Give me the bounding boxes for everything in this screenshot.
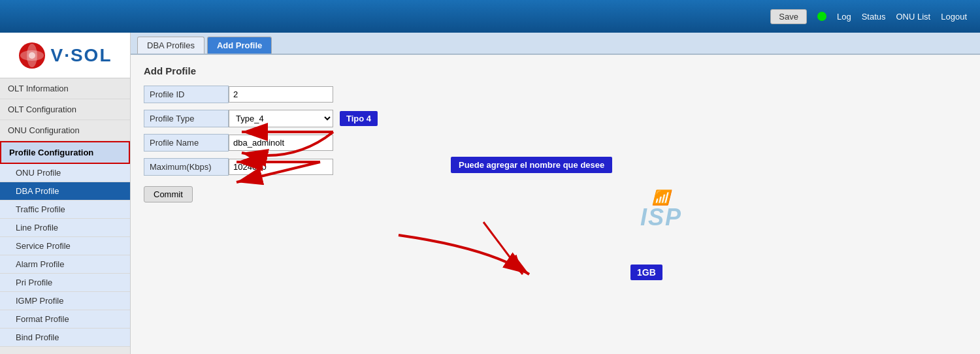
profile-name-input[interactable] bbox=[229, 135, 333, 151]
logo-text: V·SOL bbox=[50, 45, 112, 66]
sidebar-item-igmp-profile[interactable]: IGMP Profile bbox=[0, 292, 130, 310]
maximum-kbps-label: Maximum(Kbps) bbox=[144, 158, 229, 176]
logo-area: V·SOL bbox=[0, 33, 130, 78]
sidebar-item-sys-config[interactable]: System Configuration bbox=[0, 347, 130, 354]
sidebar-item-format-profile[interactable]: Format Profile bbox=[0, 310, 130, 329]
save-button[interactable]: Save bbox=[770, 9, 807, 24]
profile-name-label: Profile Name bbox=[144, 134, 229, 152]
profile-type-label: Profile Type bbox=[144, 110, 229, 127]
sidebar-item-olt-config[interactable]: OLT Configuration bbox=[0, 99, 130, 120]
nav-logout[interactable]: Logout bbox=[941, 12, 967, 22]
svg-point-3 bbox=[29, 52, 35, 59]
sidebar-item-pri-profile[interactable]: Pri Profile bbox=[0, 274, 130, 292]
svg-line-7 bbox=[483, 222, 523, 274]
tab-bar: DBA Profiles Add Profile bbox=[131, 33, 980, 55]
main-content: DBA Profiles Add Profile Add Profile Pro… bbox=[131, 33, 980, 354]
profile-id-label: Profile ID bbox=[144, 86, 229, 103]
sidebar-item-onu-profile[interactable]: ONU Profile bbox=[0, 164, 130, 182]
badge-1gb: 1GB bbox=[630, 265, 662, 280]
profile-id-row: Profile ID bbox=[144, 86, 967, 103]
form-title: Add Profile bbox=[144, 65, 967, 76]
layout: V·SOL OLT Information OLT Configuration … bbox=[0, 33, 980, 354]
form-area: Add Profile Profile ID Profile Type Type… bbox=[131, 55, 980, 213]
tab-dba-profiles[interactable]: DBA Profiles bbox=[137, 37, 204, 54]
sidebar-item-bind-profile[interactable]: Bind Profile bbox=[0, 329, 130, 347]
sidebar-item-service-profile[interactable]: Service Profile bbox=[0, 237, 130, 255]
sidebar-item-line-profile[interactable]: Line Profile bbox=[0, 219, 130, 237]
commit-button[interactable]: Commit bbox=[144, 186, 193, 202]
logo-icon bbox=[18, 41, 46, 70]
sidebar-item-olt-info[interactable]: OLT Information bbox=[0, 78, 130, 99]
sidebar-item-dba-profile[interactable]: DBA Profile bbox=[0, 182, 130, 201]
tipo4-annotation: Tipo 4 bbox=[340, 111, 378, 126]
sidebar-item-profile-config[interactable]: Profile Configuration bbox=[0, 141, 130, 164]
profile-name-row: Profile Name bbox=[144, 134, 967, 152]
profile-type-row: Profile Type Type_1 Type_2 Type_3 Type_4… bbox=[144, 110, 967, 127]
tooltip-name: Puede agregar el nombre que desee bbox=[451, 157, 612, 173]
nav-log[interactable]: Log bbox=[837, 12, 851, 22]
nav-status[interactable]: Status bbox=[862, 12, 886, 22]
profile-id-input[interactable] bbox=[229, 86, 333, 103]
tab-add-profile[interactable]: Add Profile bbox=[207, 37, 272, 54]
sidebar-item-alarm-profile[interactable]: Alarm Profile bbox=[0, 255, 130, 274]
profile-type-select[interactable]: Type_1 Type_2 Type_3 Type_4 Type_5 bbox=[229, 110, 333, 127]
sidebar-item-onu-config[interactable]: ONU Configuration bbox=[0, 120, 130, 141]
header: Save Log Status ONU List Logout bbox=[0, 0, 980, 33]
maximum-kbps-input[interactable] bbox=[229, 159, 333, 175]
sidebar: V·SOL OLT Information OLT Configuration … bbox=[0, 33, 131, 354]
nav-onu-list[interactable]: ONU List bbox=[896, 12, 931, 22]
status-indicator bbox=[817, 12, 826, 21]
sidebar-item-traffic-profile[interactable]: Traffic Profile bbox=[0, 201, 130, 219]
